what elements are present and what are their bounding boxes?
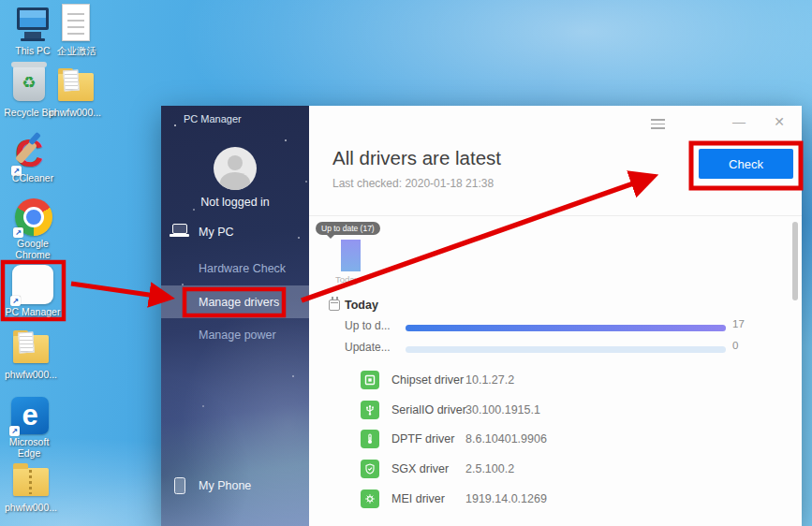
calendar-icon [329,300,340,311]
desktop-icon-label: PC Manager [1,306,65,317]
driver-version: 2.5.100.2 [465,462,514,475]
desktop-icon-pc-manager[interactable]: ↗ [12,265,53,304]
progress-value: 17 [732,318,745,329]
annotation-arrow-to-manage-drivers [71,284,169,298]
shield-icon [361,460,379,478]
app-title: PC Manager [184,113,242,124]
progress-value: 0 [732,340,738,351]
shortcut-arrow-icon: ↗ [13,227,23,238]
desktop-icon-label: phwfw000... [43,107,107,118]
gear-icon [361,489,379,508]
desktop-icon-chrome[interactable]: ↗ [15,198,52,236]
desktop-icon-folder[interactable] [58,73,94,101]
desktop-icon-label: Google Chrome [4,238,62,261]
last-checked-text: Last checked: 2020-01-18 21:38 [332,177,494,190]
avatar[interactable] [214,147,257,190]
main-content: — ✕ All drivers are latest Last checked:… [309,106,802,526]
folder-icon [13,335,49,363]
document-icon [62,4,90,41]
progress-label: Up to d... [345,319,391,332]
recycle-bin-icon: ♻ [13,66,45,101]
sidebar-item-label: Hardware Check [199,262,286,275]
driver-row[interactable]: SGX driver 2.5.100.2 [309,460,802,480]
minimize-icon[interactable]: — [732,114,746,129]
desktop-icon-document[interactable] [62,4,90,41]
desktop-icon-label: phwfw000... [0,502,63,513]
shortcut-arrow-icon: ↗ [9,426,20,436]
driver-name: Chipset driver [391,373,464,387]
progress-bar-update [406,346,726,353]
sidebar-item-label: Manage power [199,329,276,342]
driver-version: 30.100.1915.1 [465,403,540,416]
desktop: This PC 企业激活 ♻ Recycle Bin phwfw000... C… [0,0,812,526]
driver-name: DPTF driver [391,432,454,446]
driver-row[interactable]: SerialIO driver 30.100.1915.1 [309,401,802,421]
chart-bar[interactable] [341,240,361,271]
driver-name: SerialIO driver [391,403,466,416]
chipset-icon [361,371,379,389]
desktop-icon-recycle-bin[interactable]: ♻ [13,66,45,101]
ccleaner-icon: C ↗ [13,133,52,174]
computer-icon [11,6,54,45]
desktop-icon-edge[interactable]: e ↗ [11,397,49,434]
driver-name: SGX driver [391,462,449,475]
driver-row[interactable]: DPTF driver 8.6.10401.9906 [309,430,802,450]
login-status[interactable]: Not logged in [161,196,309,209]
zip-folder-icon [13,468,49,496]
folder-icon [58,73,94,101]
close-icon[interactable]: ✕ [774,114,785,129]
divider [309,215,802,216]
section-heading: Today [345,299,378,312]
menu-icon[interactable] [651,116,665,132]
desktop-icon-label: 企业激活 [45,45,109,56]
usb-icon [361,401,379,419]
pc-manager-window: PC Manager Not logged in My PC Hardware … [161,106,802,526]
driver-row[interactable]: Chipset driver 10.1.27.2 [309,371,802,391]
desktop-icon-folder[interactable] [13,335,49,363]
driver-version: 10.1.27.2 [465,373,514,387]
driver-row[interactable]: MEI driver 1919.14.0.1269 [309,489,802,510]
driver-name: MEI driver [391,492,445,505]
sidebar-item-label: My PC [199,226,234,239]
pc-manager-icon: ↗ [12,265,53,304]
desktop-icon-ccleaner[interactable]: C ↗ [13,133,52,174]
desktop-icon-label: Microsoft Edge [0,436,58,460]
sidebar-item-label: Manage drivers [199,296,279,309]
shortcut-arrow-icon: ↗ [10,296,21,306]
desktop-icon-label: CCleaner [1,172,65,183]
driver-version: 1919.14.0.1269 [465,492,547,505]
thermometer-icon [361,430,379,448]
progress-bar-up-to-date [406,325,726,331]
chart-tooltip: Up to date (17) [316,222,380,235]
desktop-icon-zip-folder[interactable] [13,468,49,496]
sidebar-item-label: My Phone [199,479,251,492]
desktop-icon-label: phwfw000... [0,369,63,380]
chart-axis-label: Today [335,274,359,285]
desktop-icon-this-pc[interactable] [11,6,54,45]
check-button[interactable]: Check [699,149,793,179]
laptop-icon [172,224,187,234]
sidebar: PC Manager Not logged in My PC Hardware … [161,106,309,526]
page-title: All drivers are latest [332,147,501,169]
scrollbar[interactable] [792,222,798,300]
phone-icon [174,477,185,494]
driver-version: 8.6.10401.9906 [465,432,547,446]
progress-label: Update... [345,341,391,354]
